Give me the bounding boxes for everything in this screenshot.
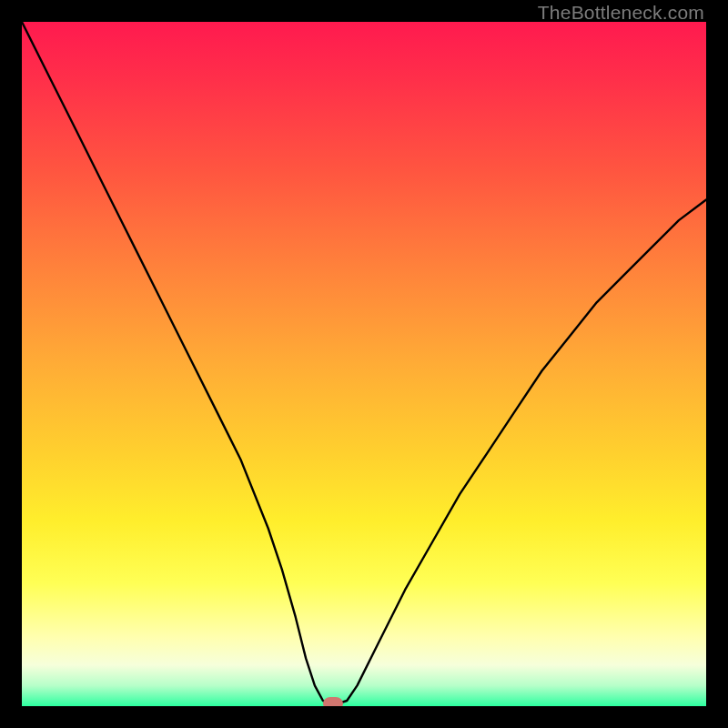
watermark-text: TheBottleneck.com <box>538 2 704 24</box>
optimal-marker <box>323 697 343 706</box>
bottleneck-curve <box>22 22 706 706</box>
chart-frame: TheBottleneck.com <box>0 0 728 728</box>
plot-area <box>22 22 706 706</box>
